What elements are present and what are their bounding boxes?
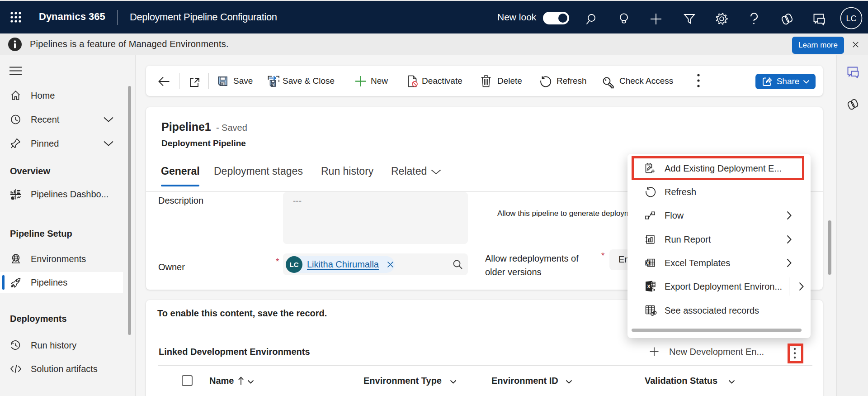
svg-text:X: X <box>646 260 649 266</box>
svg-text:LC: LC <box>846 14 856 23</box>
svg-text:X: X <box>647 284 651 289</box>
